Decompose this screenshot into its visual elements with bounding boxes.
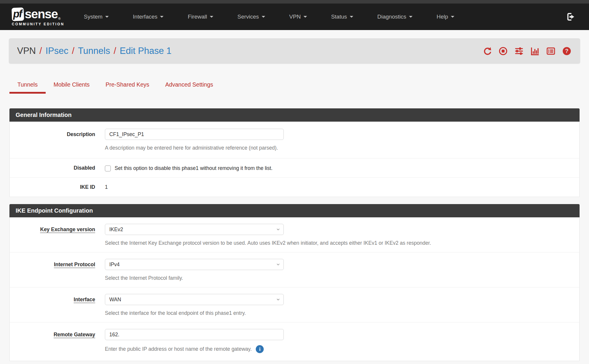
breadcrumb-link-edit-phase1[interactable]: Edit Phase 1 — [120, 46, 171, 56]
caret-down-icon — [350, 16, 353, 18]
section-ike-endpoint-configuration: IKE Endpoint Configuration Key Exchange … — [9, 204, 580, 361]
tab-pre-shared-keys[interactable]: Pre-Shared Keys — [98, 78, 157, 94]
caret-down-icon — [262, 16, 265, 18]
nav-item-firewall[interactable]: Firewall — [188, 14, 213, 20]
nav-item-vpn[interactable]: VPN — [289, 14, 307, 20]
nav-item-system[interactable]: System — [84, 14, 108, 20]
row-remote-gateway: Remote Gateway Enter the public IP addre… — [10, 322, 579, 361]
caret-down-icon — [303, 16, 307, 18]
row-internet-protocol: Internet Protocol IPv4 Select the Intern… — [10, 252, 579, 287]
row-description: Description A description may be entered… — [10, 122, 579, 158]
internet-protocol-help: Select the Internet Protocol family. — [105, 275, 570, 281]
refresh-icon[interactable] — [483, 47, 492, 56]
section-title: IKE Endpoint Configuration — [9, 204, 580, 217]
row-disabled: Disabled Set this option to disable this… — [10, 158, 579, 177]
tab-tunnels[interactable]: Tunnels — [9, 78, 46, 94]
logout-button[interactable] — [566, 12, 575, 21]
section-title: General Information — [9, 108, 580, 122]
caret-down-icon — [409, 16, 413, 18]
list-icon[interactable] — [546, 47, 555, 56]
ike-endpoint-panel: Key Exchange version IKEv2 Select the In… — [9, 217, 580, 361]
ike-id-value: 1 — [105, 183, 570, 190]
ike-id-label: IKE ID — [10, 183, 95, 190]
main-navbar: pf sense ® COMMUNITY EDITION System Inte… — [0, 4, 589, 30]
row-key-exchange-version: Key Exchange version IKEv2 Select the In… — [10, 217, 579, 252]
interface-label: Interface — [10, 294, 95, 316]
pf-logo-box: pf — [11, 7, 24, 21]
page-header: VPN / IPsec / Tunnels / Edit Phase 1 — [9, 38, 580, 64]
top-strip — [0, 0, 589, 4]
nav-item-diagnostics[interactable]: Diagnostics — [377, 14, 413, 20]
caret-down-icon — [160, 16, 164, 18]
header-action-icons: ? — [483, 47, 571, 56]
interface-help: Select the interface for the local endpo… — [105, 310, 570, 316]
breadcrumb-link-tunnels[interactable]: Tunnels — [78, 46, 110, 56]
pfsense-logo[interactable]: pf sense ® COMMUNITY EDITION — [12, 8, 64, 26]
remote-gateway-label: Remote Gateway — [10, 329, 95, 353]
bar-chart-icon[interactable] — [530, 47, 539, 56]
breadcrumb-root: VPN — [17, 46, 36, 56]
sense-logo-text: sense — [25, 8, 58, 20]
tab-bar: Tunnels Mobile Clients Pre-Shared Keys A… — [9, 78, 580, 94]
help-circle-icon[interactable]: ? — [562, 47, 571, 56]
disabled-checkbox[interactable] — [105, 166, 111, 171]
description-label: Description — [10, 129, 95, 151]
row-ike-id: IKE ID 1 — [10, 177, 579, 197]
disabled-label: Disabled — [10, 164, 95, 171]
internet-protocol-select[interactable]: IPv4 — [105, 259, 284, 270]
info-icon[interactable]: i — [256, 345, 264, 353]
breadcrumb-link-ipsec[interactable]: IPsec — [45, 46, 68, 56]
stop-circle-icon[interactable] — [499, 47, 508, 56]
svg-text:?: ? — [565, 48, 569, 54]
key-exchange-version-label: Key Exchange version — [10, 224, 95, 246]
description-input[interactable] — [105, 129, 284, 140]
interface-select[interactable]: WAN — [105, 294, 284, 305]
nav-item-interfaces[interactable]: Interfaces — [133, 14, 164, 20]
sliders-icon[interactable] — [514, 47, 524, 56]
disabled-checkbox-label: Set this option to disable this phase1 w… — [115, 165, 273, 171]
registered-mark: ® — [58, 17, 61, 20]
nav-menu: System Interfaces Firewall Services VPN … — [84, 14, 478, 20]
tab-mobile-clients[interactable]: Mobile Clients — [46, 78, 98, 94]
general-information-panel: Description A description may be entered… — [9, 122, 580, 197]
internet-protocol-label: Internet Protocol — [10, 259, 95, 281]
caret-down-icon — [451, 16, 454, 18]
nav-item-status[interactable]: Status — [331, 14, 353, 20]
remote-gateway-help: Enter the public IP address or host name… — [105, 346, 252, 352]
description-help: A description may be entered here for ad… — [105, 145, 570, 151]
sign-out-icon — [566, 12, 575, 21]
caret-down-icon — [105, 16, 109, 18]
row-interface: Interface WAN Select the interface for t… — [10, 287, 579, 322]
breadcrumb: VPN / IPsec / Tunnels / Edit Phase 1 — [17, 46, 171, 56]
remote-gateway-input[interactable] — [105, 329, 284, 340]
section-general-information: General Information Description A descri… — [9, 108, 580, 197]
key-exchange-version-select[interactable]: IKEv2 — [105, 224, 284, 235]
community-edition-label: COMMUNITY EDITION — [12, 22, 64, 26]
key-exchange-version-help: Select the Internet Key Exchange protoco… — [105, 240, 570, 246]
caret-down-icon — [210, 16, 213, 18]
nav-item-services[interactable]: Services — [237, 14, 265, 20]
tab-advanced-settings[interactable]: Advanced Settings — [157, 78, 221, 94]
nav-item-help[interactable]: Help — [437, 14, 454, 20]
